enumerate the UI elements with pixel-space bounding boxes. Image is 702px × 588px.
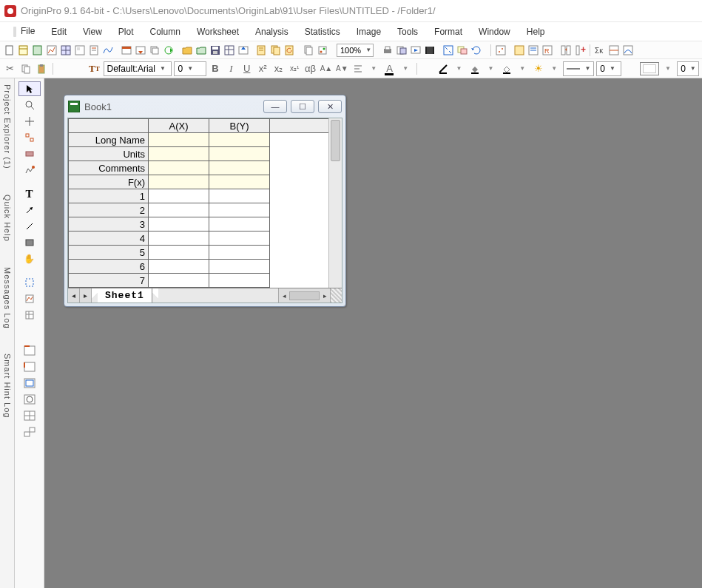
row-2[interactable]: 2 [69, 203, 149, 217]
batch-icon[interactable] [148, 44, 161, 57]
copy-graph-icon[interactable] [316, 44, 329, 57]
fill-color-drop-icon[interactable]: ▼ [484, 61, 497, 76]
minimize-button[interactable]: — [263, 100, 287, 113]
graph-tool4-icon[interactable] [18, 392, 41, 407]
subscript-icon[interactable]: x₂ [271, 61, 285, 76]
save-template-icon[interactable] [134, 44, 147, 57]
roi-tool-icon[interactable] [18, 275, 41, 290]
import-multi-icon[interactable] [269, 44, 283, 57]
tab-nav-prev[interactable]: ▸ [80, 288, 92, 303]
open-icon[interactable] [180, 44, 194, 57]
dock-project-explorer[interactable]: Project Explorer (1) [3, 81, 12, 172]
menu-statistics[interactable]: Statistics [297, 24, 348, 39]
pointer-tool-icon[interactable] [18, 81, 41, 96]
pattern-icon[interactable] [500, 61, 513, 76]
copy-icon[interactable] [18, 61, 32, 76]
dock-quick-help[interactable]: Quick Help [3, 192, 12, 245]
pattern-drop-icon[interactable]: ▼ [516, 61, 529, 76]
new-workbook-icon[interactable] [17, 44, 30, 57]
row-5[interactable]: 5 [69, 246, 149, 260]
graph-tool2-icon[interactable] [18, 359, 41, 374]
row-longname[interactable]: Long Name [69, 133, 149, 147]
menu-edit[interactable]: Edit [44, 24, 74, 39]
add-column-icon[interactable]: + [573, 44, 587, 57]
draw-data-icon[interactable] [18, 163, 41, 178]
mask-icon[interactable] [607, 44, 621, 57]
graph-tool3-icon[interactable] [18, 376, 41, 391]
workbook-titlebar[interactable]: Book1 — ☐ ✕ [64, 95, 345, 118]
import-single-icon[interactable] [255, 44, 269, 57]
digitizer-icon[interactable] [494, 44, 507, 57]
column-header-b[interactable]: B(Y) [209, 119, 270, 133]
maximize-button[interactable]: ☐ [291, 100, 314, 113]
insert-graph-icon[interactable] [18, 291, 41, 306]
horizontal-scrollbar[interactable]: ◂ ▸ [278, 288, 330, 303]
line-tool-icon[interactable] [18, 219, 41, 234]
open-excel-icon[interactable] [195, 44, 208, 57]
light-icon[interactable]: ☀ [531, 61, 544, 76]
menu-column[interactable]: Column [143, 24, 188, 39]
greek-icon[interactable]: αβ [303, 61, 317, 76]
menu-worksheet[interactable]: Worksheet [189, 24, 246, 39]
light-drop-icon[interactable]: ▼ [547, 61, 561, 76]
save-icon[interactable] [209, 44, 222, 57]
decrease-font-icon[interactable]: A▼ [335, 61, 348, 76]
row-units[interactable]: Units [69, 147, 149, 161]
bold-icon[interactable]: B [209, 61, 222, 76]
font-select[interactable]: Default: Arial▼ [104, 61, 172, 76]
copy-page-icon[interactable] [302, 44, 315, 57]
open-template-icon[interactable] [120, 44, 133, 57]
dock-smart-hint[interactable]: Smart Hint Log [3, 351, 12, 421]
fit-icon[interactable] [621, 44, 635, 57]
grid-corner[interactable] [69, 119, 149, 133]
hscroll-right[interactable]: ▸ [320, 292, 330, 300]
text-tool-icon[interactable]: T [18, 186, 41, 201]
cut-icon[interactable]: ✂ [3, 61, 16, 76]
line-style-select[interactable]: ▼ [563, 61, 594, 76]
row-1[interactable]: 1 [69, 189, 149, 203]
row-3[interactable]: 3 [69, 217, 149, 232]
row-fx[interactable]: F(x) [69, 175, 149, 189]
menu-view[interactable]: View [75, 24, 109, 39]
menu-format[interactable]: Format [427, 24, 470, 39]
row-comments[interactable]: Comments [69, 161, 149, 175]
resize-grip[interactable] [330, 288, 342, 303]
function-plot-icon[interactable] [101, 44, 115, 57]
scroll-thumb[interactable] [331, 120, 340, 161]
menu-image[interactable]: Image [349, 24, 388, 39]
menu-file[interactable]: File [6, 24, 42, 39]
print-icon[interactable] [381, 44, 394, 57]
align-icon[interactable] [351, 61, 365, 76]
font-color-icon[interactable]: A [382, 61, 396, 76]
arrow-tool-icon[interactable] [18, 203, 41, 217]
reimport-icon[interactable] [283, 44, 297, 57]
menu-analysis[interactable]: Analysis [248, 24, 296, 39]
new-matrix-icon[interactable] [59, 44, 72, 57]
fill-color-icon[interactable] [468, 61, 482, 76]
vertical-scrollbar[interactable] [328, 118, 342, 288]
workbook-window[interactable]: Book1 — ☐ ✕ A(X) B(Y) [64, 95, 346, 307]
graph-tool5-icon[interactable] [18, 408, 41, 423]
new-graph-icon[interactable] [45, 44, 58, 57]
save-all-icon[interactable] [223, 44, 236, 57]
new-project-icon[interactable] [3, 44, 16, 57]
font-color-drop-icon[interactable]: ▼ [399, 61, 412, 76]
refresh-icon[interactable] [470, 44, 483, 57]
new-layout-icon[interactable] [73, 44, 87, 57]
swatch-width-select[interactable]: 0▼ [677, 61, 699, 76]
python-icon[interactable]: R [541, 44, 554, 57]
transfer-icon[interactable] [559, 44, 573, 57]
sheet-tab[interactable]: Sheet1 [98, 288, 152, 303]
labtalk-icon[interactable] [527, 44, 540, 57]
new-notes-icon[interactable] [87, 44, 101, 57]
row-7[interactable]: 7 [69, 274, 149, 288]
graph-tool6-icon[interactable] [18, 425, 41, 439]
data-selector-icon[interactable] [18, 130, 41, 145]
add-layer-icon[interactable] [456, 44, 469, 57]
close-button[interactable]: ✕ [318, 100, 342, 113]
line-width-select[interactable]: 0▼ [596, 61, 621, 76]
slideshow-icon[interactable] [409, 44, 422, 57]
pan-tool-icon[interactable]: ✋ [18, 251, 41, 266]
rescale-icon[interactable] [442, 44, 455, 57]
rect-tool-icon[interactable] [18, 235, 41, 250]
